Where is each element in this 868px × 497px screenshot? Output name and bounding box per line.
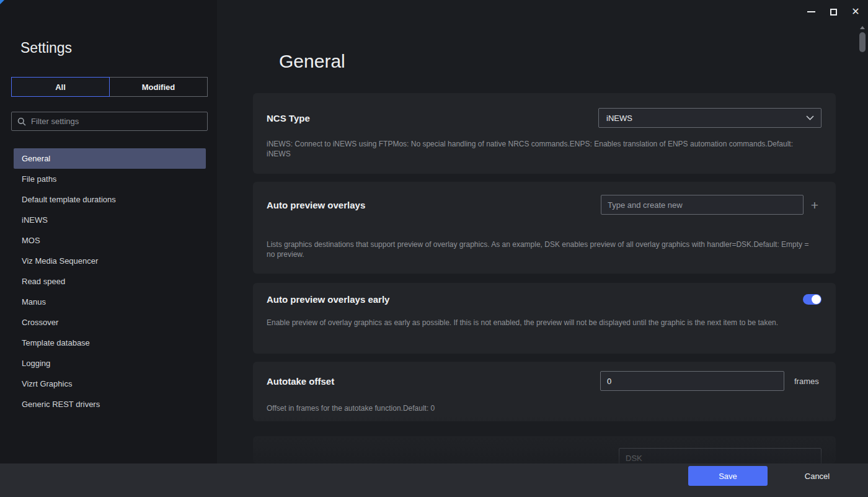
sidebar-nav-item-label: iNEWS (22, 215, 48, 225)
setting-description: iNEWS: Connect to iNEWS using FTPMos: No… (253, 139, 836, 159)
sidebar-nav-item[interactable]: Generic REST drivers (14, 394, 206, 414)
filter-settings-input[interactable] (31, 117, 202, 126)
auto-preview-overlays-input[interactable] (601, 195, 804, 215)
setting-label: Autotake offset (267, 376, 334, 387)
sidebar-nav-item[interactable]: Vizrt Graphics (14, 374, 206, 394)
minimize-button[interactable] (800, 0, 822, 24)
sidebar-nav-item-label: File paths (22, 174, 56, 184)
sidebar-nav-item-label: General (22, 154, 50, 163)
sidebar-nav-item[interactable]: Default template durations (14, 189, 206, 210)
setting-label: NCS Type (267, 113, 310, 123)
setting-card-ncs-type: NCS Type iNEWS iNEWS: Connect to iNEWS u… (253, 93, 836, 174)
sidebar-nav-item[interactable]: Template database (14, 333, 206, 353)
sidebar-nav-item-label: Read speed (22, 277, 65, 286)
autotake-offset-input[interactable] (600, 371, 784, 391)
sidebar-nav-item-label: Manus (22, 297, 46, 307)
window-controls: ✕ (800, 0, 867, 24)
sidebar-nav-item-label: Crossover (22, 318, 58, 327)
sidebar-nav-item-label: Logging (22, 359, 50, 368)
tab-all[interactable]: All (11, 77, 110, 97)
filter-settings-field[interactable] (11, 112, 208, 131)
sidebar-nav-item-label: Default template durations (22, 195, 116, 204)
sidebar-nav-item-label: Vizrt Graphics (22, 379, 72, 388)
unit-label: frames (794, 377, 822, 386)
tab-modified[interactable]: Modified (109, 77, 208, 97)
close-button[interactable]: ✕ (844, 0, 867, 24)
maximize-icon (830, 9, 837, 16)
close-icon: ✕ (851, 7, 859, 17)
sidebar-title: Settings (20, 40, 72, 56)
sidebar-nav-item-label: MOS (22, 236, 40, 245)
app-accent-corner (0, 0, 4, 4)
scrollbar[interactable] (857, 19, 868, 463)
setting-card-autotake-offset: Autotake offset frames Offset in frames … (253, 362, 836, 421)
auto-preview-early-toggle[interactable] (803, 294, 822, 305)
filter-tabs: All Modified (11, 77, 208, 97)
chevron-down-icon (806, 115, 814, 120)
partial-setting-input[interactable] (619, 448, 822, 463)
sidebar-nav-item[interactable]: File paths (14, 169, 206, 189)
scroll-up-arrow-icon[interactable] (860, 26, 865, 29)
sidebar-nav-item[interactable]: Viz Media Sequencer (14, 251, 206, 271)
settings-sidebar: Settings All Modified General File paths… (0, 0, 217, 463)
scrollbar-thumb[interactable] (859, 32, 866, 52)
maximize-button[interactable] (822, 0, 844, 24)
add-button[interactable]: + (808, 195, 822, 215)
sidebar-nav-item[interactable]: General (14, 148, 206, 169)
sidebar-nav-item[interactable]: Manus (14, 292, 206, 312)
page-title: General (279, 51, 345, 72)
plus-icon: + (811, 199, 818, 212)
sidebar-nav-item[interactable]: Read speed (14, 271, 206, 292)
ncs-type-select-value: iNEWS (606, 114, 632, 123)
sidebar-nav-item-label: Generic REST drivers (22, 400, 100, 409)
setting-description: Lists graphics destinations that support… (253, 240, 836, 259)
settings-nav: General File paths Default template dura… (0, 148, 217, 414)
sidebar-nav-item[interactable]: iNEWS (14, 210, 206, 230)
setting-card-auto-preview-overlays: Auto preview overlays + Lists graphics d… (253, 182, 836, 274)
setting-card-auto-preview-overlays-early: Auto preview overlays early Enable previ… (253, 283, 836, 354)
setting-card-partial (253, 436, 836, 463)
sidebar-nav-item-label: Viz Media Sequencer (22, 256, 98, 266)
setting-description: Offset in frames for the autotake functi… (253, 403, 836, 413)
sidebar-nav-item[interactable]: Crossover (14, 312, 206, 333)
toggle-knob (812, 295, 821, 304)
sidebar-nav-item-label: Template database (22, 338, 90, 347)
setting-label: Auto preview overlays early (267, 294, 389, 305)
save-button[interactable]: Save (688, 466, 768, 486)
search-icon (17, 117, 26, 126)
sidebar-nav-item[interactable]: Logging (14, 353, 206, 374)
ncs-type-select[interactable]: iNEWS (598, 108, 822, 128)
setting-description: Enable preview of overlay graphics as ea… (253, 318, 836, 328)
setting-label: Auto preview overlays (267, 200, 365, 210)
footer-bar: Save Cancel (0, 463, 868, 497)
cancel-button[interactable]: Cancel (787, 465, 847, 486)
sidebar-nav-item[interactable]: MOS (14, 230, 206, 251)
minimize-icon (807, 11, 815, 12)
